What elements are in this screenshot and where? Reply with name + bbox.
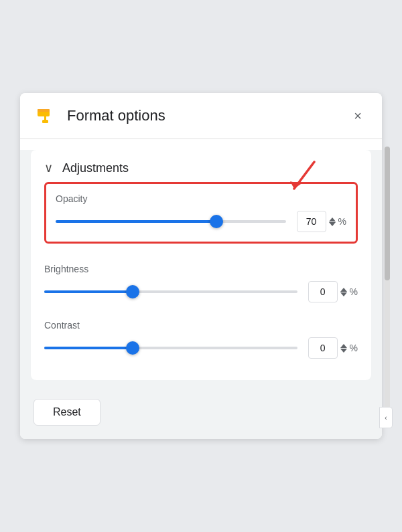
contrast-value[interactable]: 0 <box>308 337 338 359</box>
contrast-group: Contrast 0 % <box>44 311 358 361</box>
reset-button[interactable]: Reset <box>34 399 100 426</box>
brightness-thumb[interactable] <box>126 285 139 298</box>
brightness-row: 0 % <box>44 281 358 302</box>
contrast-value-container: 0 % <box>308 337 358 359</box>
contrast-spinner[interactable] <box>340 344 347 353</box>
panel-body: ∨ Adjustments Opacity <box>20 150 382 439</box>
opacity-thumb[interactable] <box>210 215 223 228</box>
opacity-value[interactable]: 70 <box>297 211 326 232</box>
opacity-down-arrow[interactable] <box>329 222 336 226</box>
contrast-up-arrow[interactable] <box>340 344 347 348</box>
svg-rect-1 <box>38 109 50 112</box>
opacity-value-container: 70 % <box>297 211 346 232</box>
contrast-slider-track[interactable] <box>44 341 297 355</box>
svg-rect-3 <box>42 120 48 123</box>
contrast-percent: % <box>350 343 358 353</box>
opacity-spinner[interactable] <box>329 217 336 226</box>
brightness-label: Brightness <box>44 264 358 274</box>
brightness-slider-track[interactable] <box>44 285 297 298</box>
panel-title: Format options <box>67 107 347 124</box>
brightness-up-arrow[interactable] <box>340 288 347 292</box>
panel-collapse-handle[interactable]: ‹ <box>379 407 393 428</box>
brightness-down-arrow[interactable] <box>340 292 347 296</box>
opacity-up-arrow[interactable] <box>329 217 336 221</box>
contrast-label: Contrast <box>44 320 358 331</box>
reset-section: Reset <box>20 391 382 439</box>
close-button[interactable]: × <box>347 105 368 126</box>
scrollbar[interactable] <box>385 147 390 426</box>
format-options-panel: Format options × ∨ Adjustments Opacity <box>20 93 382 439</box>
opacity-row: 70 % <box>56 211 346 232</box>
brightness-value[interactable]: 0 <box>308 281 338 302</box>
contrast-fill <box>44 347 133 349</box>
opacity-fill <box>56 220 216 223</box>
section-title: Adjustments <box>62 161 129 175</box>
brightness-value-container: 0 % <box>308 281 358 302</box>
brightness-spinner[interactable] <box>340 288 347 296</box>
contrast-thumb[interactable] <box>126 341 139 355</box>
contrast-row: 0 % <box>44 337 358 359</box>
adjustments-section: ∨ Adjustments Opacity <box>31 150 371 380</box>
scrollbar-thumb[interactable] <box>385 147 390 280</box>
collapse-chevron[interactable]: ∨ <box>44 161 53 175</box>
brightness-fill <box>44 290 133 293</box>
format-paint-icon <box>34 104 58 128</box>
opacity-percent: % <box>338 216 346 227</box>
panel-header: Format options × <box>20 93 382 139</box>
opacity-slider-track[interactable] <box>56 215 286 228</box>
brightness-percent: % <box>350 286 358 297</box>
brightness-group: Brightness 0 % <box>44 254 358 305</box>
annotation-arrow <box>281 159 321 195</box>
contrast-down-arrow[interactable] <box>340 349 347 353</box>
